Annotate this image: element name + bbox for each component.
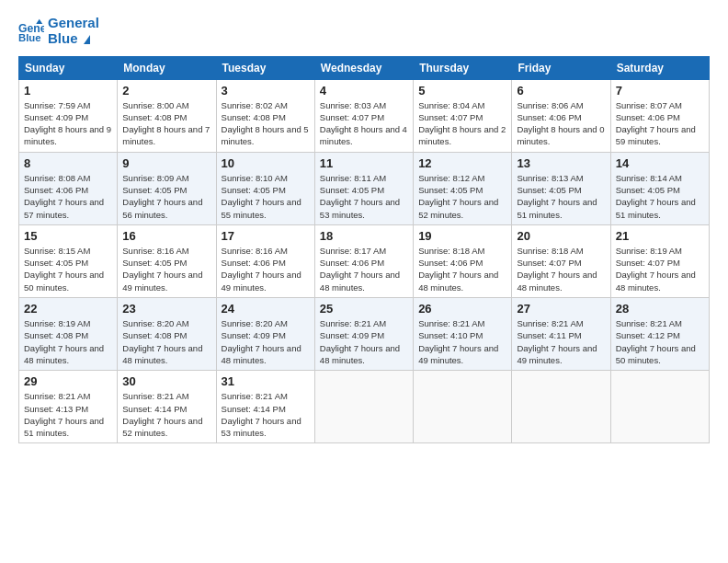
day-detail: Sunrise: 8:19 AMSunset: 4:07 PMDaylight … <box>616 245 704 293</box>
calendar-cell: 29Sunrise: 8:21 AMSunset: 4:13 PMDayligh… <box>19 371 118 443</box>
day-detail: Sunrise: 8:02 AMSunset: 4:08 PMDaylight … <box>222 99 310 148</box>
day-detail: Sunrise: 8:14 AMSunset: 4:05 PMDaylight … <box>616 172 704 221</box>
day-number: 24 <box>222 302 310 316</box>
calendar-cell: 16Sunrise: 8:16 AMSunset: 4:05 PMDayligh… <box>118 224 216 297</box>
day-number: 29 <box>24 374 112 388</box>
day-number: 22 <box>24 302 112 316</box>
day-detail: Sunrise: 8:21 AMSunset: 4:14 PMDaylight … <box>222 390 310 439</box>
day-detail: Sunrise: 8:04 AMSunset: 4:07 PMDaylight … <box>418 99 506 148</box>
day-number: 2 <box>122 84 210 98</box>
calendar-cell: 10Sunrise: 8:10 AMSunset: 4:05 PMDayligh… <box>216 152 314 224</box>
calendar-cell: 25Sunrise: 8:21 AMSunset: 4:09 PMDayligh… <box>314 298 413 371</box>
weekday-header-sunday: Sunday <box>19 56 118 79</box>
day-number: 5 <box>418 84 506 98</box>
day-detail: Sunrise: 8:21 AMSunset: 4:09 PMDaylight … <box>320 317 408 366</box>
calendar-cell <box>414 371 512 443</box>
day-detail: Sunrise: 8:21 AMSunset: 4:13 PMDaylight … <box>24 390 112 439</box>
logo-icon: General Blue <box>18 17 44 43</box>
calendar-cell: 15Sunrise: 8:15 AMSunset: 4:05 PMDayligh… <box>19 224 118 297</box>
day-number: 14 <box>616 156 704 170</box>
day-detail: Sunrise: 8:19 AMSunset: 4:08 PMDaylight … <box>24 317 112 366</box>
calendar-cell: 13Sunrise: 8:13 AMSunset: 4:05 PMDayligh… <box>512 152 610 224</box>
calendar-table: SundayMondayTuesdayWednesdayThursdayFrid… <box>18 56 710 444</box>
calendar-cell: 31Sunrise: 8:21 AMSunset: 4:14 PMDayligh… <box>216 371 314 443</box>
day-detail: Sunrise: 8:16 AMSunset: 4:06 PMDaylight … <box>222 245 310 293</box>
calendar-week-1: 1Sunrise: 7:59 AMSunset: 4:09 PMDaylight… <box>19 79 710 152</box>
day-number: 4 <box>320 84 408 98</box>
day-number: 12 <box>418 156 506 170</box>
calendar-week-2: 8Sunrise: 8:08 AMSunset: 4:06 PMDaylight… <box>19 152 710 224</box>
day-number: 1 <box>24 84 112 98</box>
day-detail: Sunrise: 8:18 AMSunset: 4:07 PMDaylight … <box>517 245 605 293</box>
svg-text:Blue: Blue <box>18 33 41 44</box>
day-detail: Sunrise: 8:20 AMSunset: 4:08 PMDaylight … <box>122 317 210 366</box>
day-number: 19 <box>418 229 506 243</box>
day-number: 6 <box>517 84 605 98</box>
calendar-cell: 21Sunrise: 8:19 AMSunset: 4:07 PMDayligh… <box>610 224 709 297</box>
calendar-cell: 2Sunrise: 8:00 AMSunset: 4:08 PMDaylight… <box>118 79 216 152</box>
day-detail: Sunrise: 8:08 AMSunset: 4:06 PMDaylight … <box>24 172 112 221</box>
day-number: 7 <box>616 84 704 98</box>
weekday-header-wednesday: Wednesday <box>314 56 413 79</box>
day-number: 25 <box>320 302 408 316</box>
calendar-cell: 6Sunrise: 8:06 AMSunset: 4:06 PMDaylight… <box>512 79 610 152</box>
calendar-cell: 8Sunrise: 8:08 AMSunset: 4:06 PMDaylight… <box>19 152 118 224</box>
day-number: 28 <box>616 302 704 316</box>
day-number: 16 <box>122 229 210 243</box>
day-number: 8 <box>24 156 112 170</box>
calendar-cell: 28Sunrise: 8:21 AMSunset: 4:12 PMDayligh… <box>610 298 709 371</box>
calendar-week-3: 15Sunrise: 8:15 AMSunset: 4:05 PMDayligh… <box>19 224 710 297</box>
day-number: 27 <box>517 302 605 316</box>
day-number: 13 <box>517 156 605 170</box>
calendar-cell: 11Sunrise: 8:11 AMSunset: 4:05 PMDayligh… <box>314 152 413 224</box>
day-number: 3 <box>222 84 310 98</box>
day-number: 10 <box>222 156 310 170</box>
calendar-cell: 18Sunrise: 8:17 AMSunset: 4:06 PMDayligh… <box>314 224 413 297</box>
calendar-cell: 26Sunrise: 8:21 AMSunset: 4:10 PMDayligh… <box>414 298 512 371</box>
day-detail: Sunrise: 8:13 AMSunset: 4:05 PMDaylight … <box>517 172 605 221</box>
page: General Blue General Blue SundayMondayTu… <box>0 0 728 563</box>
day-detail: Sunrise: 8:15 AMSunset: 4:05 PMDaylight … <box>24 245 112 293</box>
calendar-cell: 17Sunrise: 8:16 AMSunset: 4:06 PMDayligh… <box>216 224 314 297</box>
calendar-cell: 22Sunrise: 8:19 AMSunset: 4:08 PMDayligh… <box>19 298 118 371</box>
day-number: 15 <box>24 229 112 243</box>
day-detail: Sunrise: 8:16 AMSunset: 4:05 PMDaylight … <box>122 245 210 293</box>
day-number: 20 <box>517 229 605 243</box>
calendar-cell <box>610 371 709 443</box>
day-detail: Sunrise: 8:21 AMSunset: 4:11 PMDaylight … <box>517 317 605 366</box>
calendar-cell: 27Sunrise: 8:21 AMSunset: 4:11 PMDayligh… <box>512 298 610 371</box>
weekday-header-monday: Monday <box>118 56 216 79</box>
day-number: 30 <box>122 374 210 388</box>
day-number: 21 <box>616 229 704 243</box>
calendar-cell <box>314 371 413 443</box>
day-detail: Sunrise: 8:09 AMSunset: 4:05 PMDaylight … <box>122 172 210 221</box>
calendar-week-5: 29Sunrise: 8:21 AMSunset: 4:13 PMDayligh… <box>19 371 710 443</box>
weekday-header-friday: Friday <box>512 56 610 79</box>
calendar-cell: 24Sunrise: 8:20 AMSunset: 4:09 PMDayligh… <box>216 298 314 371</box>
calendar-cell: 3Sunrise: 8:02 AMSunset: 4:08 PMDaylight… <box>216 79 314 152</box>
calendar-cell: 7Sunrise: 8:07 AMSunset: 4:06 PMDaylight… <box>610 79 709 152</box>
weekday-header-saturday: Saturday <box>610 56 709 79</box>
day-number: 17 <box>222 229 310 243</box>
day-number: 11 <box>320 156 408 170</box>
header: General Blue General Blue <box>18 15 710 47</box>
calendar-cell: 9Sunrise: 8:09 AMSunset: 4:05 PMDaylight… <box>118 152 216 224</box>
day-detail: Sunrise: 8:21 AMSunset: 4:10 PMDaylight … <box>418 317 506 366</box>
day-detail: Sunrise: 8:06 AMSunset: 4:06 PMDaylight … <box>517 99 605 148</box>
calendar-cell: 4Sunrise: 8:03 AMSunset: 4:07 PMDaylight… <box>314 79 413 152</box>
day-detail: Sunrise: 7:59 AMSunset: 4:09 PMDaylight … <box>24 99 112 148</box>
calendar-cell: 12Sunrise: 8:12 AMSunset: 4:05 PMDayligh… <box>414 152 512 224</box>
calendar-cell <box>512 371 610 443</box>
day-detail: Sunrise: 8:21 AMSunset: 4:14 PMDaylight … <box>122 390 210 439</box>
calendar-cell: 23Sunrise: 8:20 AMSunset: 4:08 PMDayligh… <box>118 298 216 371</box>
day-number: 18 <box>320 229 408 243</box>
day-detail: Sunrise: 8:10 AMSunset: 4:05 PMDaylight … <box>222 172 310 221</box>
calendar-cell: 19Sunrise: 8:18 AMSunset: 4:06 PMDayligh… <box>414 224 512 297</box>
logo-blue: Blue <box>48 30 99 46</box>
weekday-header-row: SundayMondayTuesdayWednesdayThursdayFrid… <box>19 56 710 79</box>
day-detail: Sunrise: 8:11 AMSunset: 4:05 PMDaylight … <box>320 172 408 221</box>
calendar-cell: 20Sunrise: 8:18 AMSunset: 4:07 PMDayligh… <box>512 224 610 297</box>
weekday-header-thursday: Thursday <box>414 56 512 79</box>
calendar-week-4: 22Sunrise: 8:19 AMSunset: 4:08 PMDayligh… <box>19 298 710 371</box>
weekday-header-tuesday: Tuesday <box>216 56 314 79</box>
